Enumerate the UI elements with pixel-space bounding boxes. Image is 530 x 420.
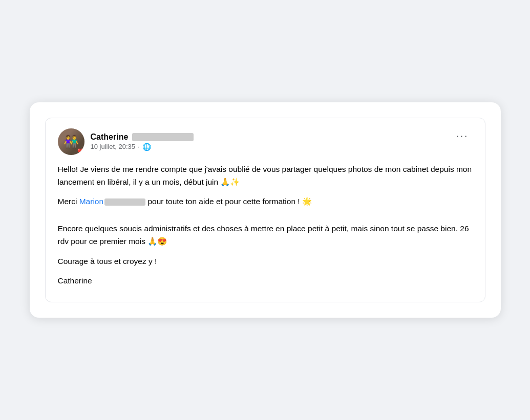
post-date: 10 juillet, 20:35: [91, 143, 135, 150]
post-header-left: 👫 ❤️ Catherine 10 juillet, 20:35 · 🌐: [58, 128, 194, 155]
separator: ·: [138, 143, 140, 150]
post-meta: 10 juillet, 20:35 · 🌐: [91, 143, 194, 151]
paragraph-5: Catherine: [58, 275, 473, 288]
paragraph-2-after: pour toute ton aide et pour cette format…: [145, 197, 312, 206]
paragraph-2-before: Merci: [58, 197, 79, 206]
post-card: 👫 ❤️ Catherine 10 juillet, 20:35 · 🌐: [45, 118, 485, 303]
author-name: Catherine: [91, 132, 129, 142]
paragraph-2: Merci Marion pour toute ton aide et pour…: [58, 195, 473, 208]
privacy-icon: 🌐: [142, 143, 151, 151]
author-info: Catherine 10 juillet, 20:35 · 🌐: [91, 132, 194, 151]
mention-lastname-blur: [104, 198, 145, 206]
mention-marion[interactable]: Marion: [79, 197, 103, 206]
paragraph-5-text: Catherine: [58, 276, 92, 285]
avatar: 👫 ❤️: [58, 128, 84, 155]
paragraph-3: Encore quelques soucis administratifs et…: [58, 223, 473, 248]
author-lastname-blur: [132, 133, 194, 141]
paragraph-1: Hello! Je viens de me rendre compte que …: [58, 163, 473, 189]
paragraph-1-text: Hello! Je viens de me rendre compte que …: [58, 165, 472, 186]
avatar-image: 👫 ❤️: [58, 128, 84, 155]
outer-container: 👫 ❤️ Catherine 10 juillet, 20:35 · 🌐: [30, 102, 501, 318]
more-options-button[interactable]: ···: [452, 128, 472, 144]
post-body: Hello! Je viens de me rendre compte que …: [58, 163, 473, 288]
avatar-heart-icon: ❤️: [77, 148, 83, 154]
author-name-row: Catherine: [91, 132, 194, 142]
paragraph-3-text: Encore quelques soucis administratifs et…: [58, 224, 469, 246]
post-header: 👫 ❤️ Catherine 10 juillet, 20:35 · 🌐: [58, 128, 473, 155]
paragraph-4: Courage à tous et croyez y !: [58, 255, 473, 268]
paragraph-4-text: Courage à tous et croyez y !: [58, 257, 157, 266]
